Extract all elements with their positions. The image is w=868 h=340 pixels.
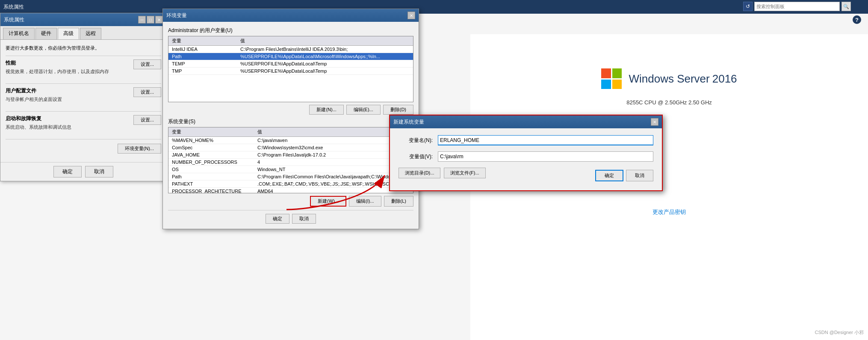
env-title: 环境变量 xyxy=(166,12,187,19)
sys-var-row[interactable]: ComSpecC:\Windows\system32\cmd.exe xyxy=(168,144,413,151)
sys-props-cancel-btn[interactable]: 取消 xyxy=(85,166,113,177)
startup-desc: 系统启动、系统故障和调试信息 xyxy=(6,124,71,130)
user-vars-label: Administrator 的用户变量(U) xyxy=(168,27,413,34)
sys-var-name: OS xyxy=(168,166,254,173)
minimize-btn[interactable]: ─ xyxy=(138,16,146,24)
sys-var-name: NUMBER_OF_PROCESSORS xyxy=(168,159,254,166)
help-icon[interactable]: ? xyxy=(853,15,861,24)
user-var-value: %USERPROFILE%\AppData\Local\Temp xyxy=(237,60,413,68)
close-btn[interactable]: ✕ xyxy=(155,16,163,24)
user-profile-label: 用户配置文件 xyxy=(6,87,62,95)
sys-vars-btns: 新建(W)... 编辑(I)... 删除(L) xyxy=(168,196,413,207)
refresh-icon[interactable]: ↺ xyxy=(743,2,753,11)
sys-props-body: 要进行大多数更改，你必须作为管理员登录。 性能 视觉效果，处理器计划，内存使用，… xyxy=(0,40,166,162)
sys-var-row[interactable]: PathC:\Program Files\Common Files\Oracle… xyxy=(168,173,413,180)
maximize-btn[interactable]: □ xyxy=(147,16,154,24)
perf-settings-btn[interactable]: 设置... xyxy=(133,59,161,69)
env-ok-btn[interactable]: 确定 xyxy=(266,214,289,224)
user-profile-settings-btn[interactable]: 设置... xyxy=(133,87,161,97)
tab-bar: 计算机名 硬件 高级 远程 xyxy=(0,26,166,40)
sys-var-name: Path xyxy=(168,173,254,180)
user-edit-btn[interactable]: 编辑(E)... xyxy=(346,105,381,115)
var-name-label: 变量名(N): xyxy=(399,137,433,144)
user-var-name: TEMP xyxy=(168,60,237,68)
tab-advanced[interactable]: 高级 xyxy=(58,28,79,39)
sys-new-btn[interactable]: 新建(W)... xyxy=(310,196,346,207)
sys-var-name: %MAVEN_HOME% xyxy=(168,137,254,144)
perf-label: 性能 xyxy=(6,59,109,67)
user-var-name: TMP xyxy=(168,68,237,75)
env-vars-window: 环境变量 ✕ Administrator 的用户变量(U) 变量 值 Intel… xyxy=(162,9,419,229)
admin-note: 要进行大多数更改，你必须作为管理员登录。 xyxy=(6,45,161,51)
new-var-dialog: 新建系统变量 ✕ 变量名(N): 变量值(V): 浏览目录(D)... 浏览文件… xyxy=(389,115,663,191)
sys-col-var: 变量 xyxy=(168,127,254,137)
server-year: 2016 xyxy=(712,72,737,86)
sys-var-name: PROCESSOR_ARCHITECTURE xyxy=(168,188,254,194)
sys-var-row[interactable]: %MAVEN_HOME%C:\java\maven xyxy=(168,137,413,144)
new-var-body: 变量名(N): 变量值(V): 浏览目录(D)... 浏览文件(F)... 确定… xyxy=(390,128,662,190)
search-icon[interactable]: 🔍 xyxy=(841,2,851,11)
sys-props-bottom: 确定 取消 xyxy=(0,162,166,181)
search-input[interactable] xyxy=(754,2,840,11)
sys-props-ok-btn[interactable]: 确定 xyxy=(53,166,82,177)
sys-var-row[interactable]: NUMBER_OF_PROCESSORS4 xyxy=(168,159,413,166)
startup-settings-btn[interactable]: 设置... xyxy=(133,115,161,125)
user-var-row[interactable]: IntelliJ IDEAC:\Program Files\JetBrains\… xyxy=(168,46,413,53)
user-profile-desc: 与登录帐户相关的桌面设置 xyxy=(6,96,62,103)
user-vars-table-container[interactable]: 变量 值 IntelliJ IDEAC:\Program Files\JetBr… xyxy=(168,36,413,102)
startup-label: 启动和故障恢复 xyxy=(6,115,71,122)
server-product-name: Windows Server xyxy=(629,72,709,86)
change-key-link[interactable]: 更改产品密钥 xyxy=(652,208,686,216)
perf-section: 性能 视觉效果，处理器计划，内存使用，以及虚拟内存 设置... xyxy=(6,59,161,78)
tab-remote[interactable]: 远程 xyxy=(80,28,101,39)
sys-var-row[interactable]: PROCESSOR_ARCHITECTUREAMD64 xyxy=(168,188,413,194)
user-delete-btn[interactable]: 删除(D) xyxy=(383,105,413,115)
user-var-name: IntelliJ IDEA xyxy=(168,46,237,53)
windows-logo-icon xyxy=(601,68,622,89)
perf-desc: 视觉效果，处理器计划，内存使用，以及虚拟内存 xyxy=(6,68,109,75)
sys-vars-table: 变量 值 %MAVEN_HOME%C:\java\mavenComSpecC:\… xyxy=(168,127,413,193)
env-vars-btn[interactable]: 环境变量(N)... xyxy=(118,144,161,154)
user-vars-table: 变量 值 IntelliJ IDEAC:\Program Files\JetBr… xyxy=(168,36,413,75)
env-close-btn[interactable]: ✕ xyxy=(407,12,415,19)
startup-section: 启动和故障恢复 系统启动、系统故障和调试信息 设置... xyxy=(6,115,161,134)
env-cancel-btn[interactable]: 取消 xyxy=(292,214,316,224)
new-var-titlebar: 新建系统变量 ✕ xyxy=(390,115,662,128)
sys-vars-table-container[interactable]: 变量 值 %MAVEN_HOME%C:\java\mavenComSpecC:\… xyxy=(168,127,413,193)
user-var-value: %USERPROFILE%\AppData\Local\Temp xyxy=(237,68,413,75)
var-value-input[interactable] xyxy=(438,151,653,162)
browse-file-btn[interactable]: 浏览文件(F)... xyxy=(444,168,485,178)
user-profile-section: 用户配置文件 与登录帐户相关的桌面设置 设置... xyxy=(6,87,161,106)
user-new-btn[interactable]: 新建(N)... xyxy=(309,105,343,115)
var-name-input[interactable] xyxy=(438,135,653,145)
user-col-var: 变量 xyxy=(168,36,237,46)
var-value-label: 变量值(V): xyxy=(399,153,433,160)
new-var-close-btn[interactable]: ✕ xyxy=(651,118,658,126)
user-var-row[interactable]: TMP%USERPROFILE%\AppData\Local\Temp xyxy=(168,68,413,75)
sys-var-name: JAVA_HOME xyxy=(168,151,254,159)
user-var-value: C:\Program Files\JetBrains\IntelliJ IDEA… xyxy=(237,46,413,53)
var-value-row: 变量值(V): xyxy=(399,151,653,162)
new-var-cancel-btn[interactable]: 取消 xyxy=(626,170,653,181)
user-var-row[interactable]: Path%USERPROFILE%\AppData\Local\Microsof… xyxy=(168,53,413,60)
tab-computer-name[interactable]: 计算机名 xyxy=(3,28,35,39)
sys-var-row[interactable]: PATHEXT.COM;.EXE;.BAT;.CMD;.VBS;.VBE;.JS… xyxy=(168,180,413,188)
user-var-row[interactable]: TEMP%USERPROFILE%\AppData\Local\Temp xyxy=(168,60,413,68)
user-var-name: Path xyxy=(168,53,237,60)
sys-vars-label: 系统变量(S) xyxy=(168,118,413,125)
sys-edit-btn[interactable]: 编辑(I)... xyxy=(349,196,381,207)
user-var-value: %USERPROFILE%\AppData\Local\Microsoft\Wi… xyxy=(237,53,413,60)
cpu-info: 8255C CPU @ 2.50GHz 2.50 GHz xyxy=(626,99,712,106)
tab-hardware[interactable]: 硬件 xyxy=(35,28,57,39)
new-var-bottom: 浏览目录(D)... 浏览文件(F)... 确定 取消 xyxy=(399,168,653,183)
top-bar-title: 系统属性 xyxy=(3,3,24,11)
sys-delete-btn[interactable]: 删除(L) xyxy=(384,196,413,207)
sys-var-row[interactable]: OSWindows_NT xyxy=(168,166,413,173)
new-var-title: 新建系统变量 xyxy=(393,118,424,126)
sys-var-row[interactable]: JAVA_HOMEC:\Program Files\Java\jdk-17.0.… xyxy=(168,151,413,159)
browse-dir-btn[interactable]: 浏览目录(D)... xyxy=(399,168,440,178)
new-var-action-btns: 确定 取消 xyxy=(595,170,653,181)
var-name-row: 变量名(N): xyxy=(399,135,653,145)
env-titlebar: 环境变量 ✕ xyxy=(163,9,419,22)
new-var-ok-btn[interactable]: 确定 xyxy=(595,170,623,181)
